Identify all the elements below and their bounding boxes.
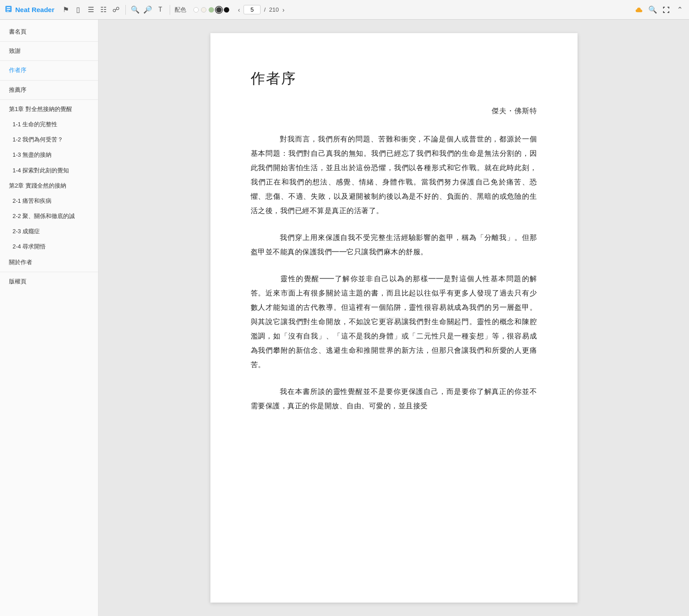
copy-icon[interactable]: ▯ — [73, 5, 83, 15]
color-black[interactable] — [224, 7, 229, 13]
sidebar-item-s1-4[interactable]: 1-4 探索對此刻的覺知 — [0, 163, 98, 178]
sidebar-item-preface[interactable]: 作者序 — [0, 63, 98, 78]
fullscreen-icon[interactable] — [661, 5, 671, 15]
color-cream[interactable] — [201, 7, 206, 13]
sidebar-item-copyright[interactable]: 版權頁 — [0, 274, 98, 289]
svg-rect-2 — [7, 9, 10, 10]
sidebar-item-ch2[interactable]: 第2章 實踐全然的接納 — [0, 178, 98, 193]
sidebar-item-ch1[interactable]: 第1章 對全然接納的覺醒 — [0, 102, 98, 117]
toolbar: Neat Reader ⚑ ▯ ☰ ☷ ☍ 🔍 🔎 Ｔ 配色 ‹ 5 / 210… — [0, 0, 689, 20]
reading-area: nayona.cn 作者序 傑夫・佛斯特 對我而言，我們所有的問題、苦難和衝突，… — [98, 20, 689, 616]
menu-icon[interactable]: ☰ — [86, 5, 96, 15]
paragraph-1: 對我而言，我們所有的問題、苦難和衝突，不論是個人或普世的，都源於一個基本問題：我… — [251, 132, 537, 218]
search2-icon[interactable]: 🔍 — [648, 5, 658, 15]
page-icon[interactable]: ☍ — [111, 5, 121, 15]
page-total: 210 — [269, 6, 279, 13]
svg-rect-1 — [7, 7, 10, 8]
app-title: Neat Reader — [15, 6, 55, 13]
paragraph-2: 我們穿上用來保護自我不受完整生活經驗影響的盔甲，稱為「分離我」。但那盔甲並不能真… — [251, 231, 537, 259]
sidebar-divider-1 — [0, 60, 98, 61]
app-icon — [4, 5, 13, 14]
color-dark[interactable] — [216, 7, 222, 13]
separator-1 — [125, 5, 126, 15]
page-content: nayona.cn 作者序 傑夫・佛斯特 對我而言，我們所有的問題、苦難和衝突，… — [210, 33, 578, 603]
page-input[interactable]: 5 — [244, 5, 261, 14]
sidebar-item-acknowledgment[interactable]: 致謝 — [0, 43, 98, 59]
sidebar-item-foreword[interactable]: 推薦序 — [0, 82, 98, 98]
prev-page-button[interactable]: ‹ — [236, 5, 242, 14]
sidebar-divider-3 — [0, 99, 98, 100]
toolbar-right: 🔍 ⌃ — [634, 5, 685, 15]
sidebar-divider-2 — [0, 80, 98, 81]
color-green[interactable] — [209, 7, 214, 13]
collapse-icon[interactable]: ⌃ — [675, 5, 685, 15]
font-icon[interactable]: Ｔ — [155, 5, 165, 15]
cloud-icon[interactable] — [634, 5, 644, 15]
paragraphs-container: 對我而言，我們所有的問題、苦難和衝突，不論是個人或普世的，都源於一個基本問題：我… — [251, 132, 537, 413]
svg-rect-3 — [7, 11, 9, 12]
search-icon[interactable]: 🔍 — [130, 5, 140, 15]
sidebar-item-s1-3[interactable]: 1-3 無盡的接納 — [0, 147, 98, 163]
sidebar-item-s2-1[interactable]: 2-1 痛苦和疾病 — [0, 193, 98, 209]
zoom-icon[interactable]: 🔎 — [143, 5, 153, 15]
paragraph-3: 靈性的覺醒━━了解你並非自己以為的那樣━━是對這個人性基本問題的解答。近來市面上… — [251, 272, 537, 372]
sidebar-item-s2-2[interactable]: 2-2 聚、關係和徹底的誠 — [0, 209, 98, 224]
bookmark-icon[interactable]: ⚑ — [61, 5, 71, 15]
paragraph-4: 我在本書所談的靈性覺醒並不是要你更保護自己，而是要你了解真正的你並不需要保護，真… — [251, 385, 537, 413]
sidebar-item-about-author[interactable]: 關於作者 — [0, 255, 98, 270]
chapter-title: 作者序 — [251, 69, 537, 89]
sidebar-divider-0 — [0, 41, 98, 42]
app-brand: Neat Reader — [4, 5, 55, 14]
color-label: 配色 — [175, 6, 186, 14]
color-selector — [193, 7, 229, 13]
sidebar: 書名頁致謝作者序推薦序第1章 對全然接納的覺醒1-1 生命的完整性1-2 我們為… — [0, 20, 98, 616]
sidebar-item-s1-1[interactable]: 1-1 生命的完整性 — [0, 117, 98, 132]
author-line: 傑夫・佛斯特 — [251, 107, 537, 116]
next-page-button[interactable]: › — [281, 5, 287, 14]
sidebar-item-s1-2[interactable]: 1-2 我們為何受苦？ — [0, 132, 98, 147]
color-white[interactable] — [193, 7, 199, 13]
sidebar-divider-14 — [0, 272, 98, 272]
page-navigation: ‹ 5 / 210 › — [236, 5, 287, 14]
page-separator: / — [262, 6, 267, 13]
sidebar-item-title-page[interactable]: 書名頁 — [0, 24, 98, 39]
separator-2 — [170, 5, 170, 15]
sidebar-item-s2-4[interactable]: 2-4 尋求開悟 — [0, 239, 98, 254]
grid-icon[interactable]: ☷ — [98, 5, 108, 15]
sidebar-item-s2-3[interactable]: 2-3 成癮症 — [0, 224, 98, 239]
main-area: 書名頁致謝作者序推薦序第1章 對全然接納的覺醒1-1 生命的完整性1-2 我們為… — [0, 20, 689, 616]
